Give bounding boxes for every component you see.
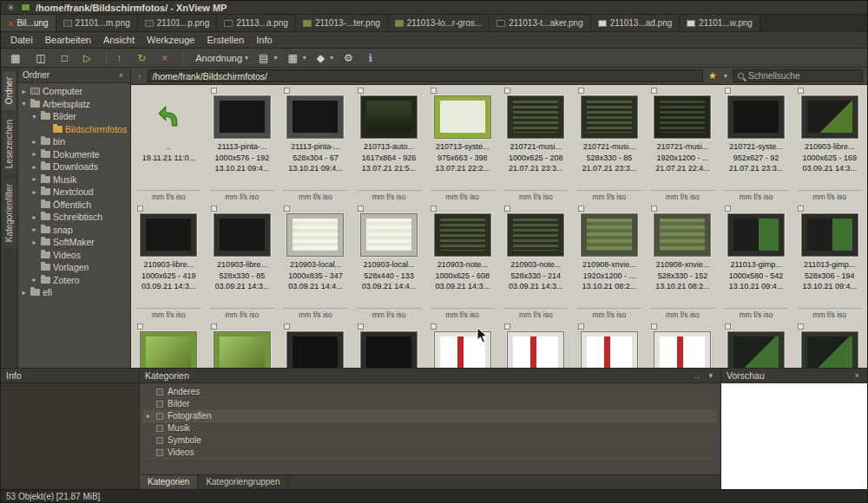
thumbnail-cell[interactable]: 210721-musi... 1000x625 - 208 21.07.21 2… bbox=[500, 87, 572, 203]
category-checkbox[interactable] bbox=[156, 437, 163, 444]
menu-item[interactable]: Werkzeuge bbox=[141, 33, 201, 47]
category-checkbox[interactable] bbox=[156, 389, 163, 395]
document-tab[interactable]: × 21113...a.png bbox=[217, 15, 296, 31]
document-tab[interactable]: × 211013-t...aker.png bbox=[490, 15, 590, 31]
thumbnail-checkbox[interactable] bbox=[211, 88, 217, 94]
thumbnail-cell[interactable]: 210908-xnvie... 1920x1200 - ... 13.10.21… bbox=[574, 205, 646, 321]
tree-item-dokumente[interactable]: ▸ Dokumente bbox=[18, 148, 130, 161]
thumbnail-cell[interactable]: mm f/s iso bbox=[426, 323, 498, 368]
tab-close-icon[interactable]: × bbox=[8, 19, 13, 28]
folder-panel-close-icon[interactable]: × bbox=[116, 71, 126, 80]
thumbnail-checkbox[interactable] bbox=[578, 88, 584, 94]
thumbnail-checkbox[interactable] bbox=[284, 323, 290, 330]
tree-expander-icon[interactable]: ▸ bbox=[20, 289, 28, 297]
thumbnail-size-dropdown[interactable]: ▦ ▾ bbox=[283, 51, 310, 65]
filter-dropdown[interactable]: ◆ ▾ bbox=[312, 51, 338, 65]
thumbnail-cell[interactable]: 210721-musi... 1920x1200 - ... 21.07.21 … bbox=[647, 87, 719, 203]
thumbnail-cell[interactable]: 211013-gimp... 868x503 - 542 13.10.21 0… bbox=[720, 205, 792, 321]
thumbnail-cell[interactable]: 210721-musi... 528x330 - 85 21.07.21 23:… bbox=[574, 87, 646, 203]
slideshow-icon[interactable]: ▷ bbox=[79, 51, 101, 65]
thumbnail-checkbox[interactable] bbox=[651, 88, 657, 94]
thumbnail-cell[interactable]: 210903-libre... 528x330 - 85 03.09.21 14… bbox=[207, 205, 279, 321]
thumbnail-cell[interactable]: 211013-gimp... 528x306 - 194 13.10.21 09… bbox=[793, 205, 865, 321]
tree-item-zotero[interactable]: ▸ Zotero bbox=[18, 274, 130, 287]
thumbnail-cell[interactable]: 21113-pinta-... 1000x576 - 192 13.10.21 … bbox=[207, 87, 279, 203]
thumbnail-cell[interactable]: 210903-local... 1000x835 - 347 03.09.21 … bbox=[279, 205, 352, 321]
thumbnail-cell[interactable]: 210721-syste... 952x627 - 92 21.07.21 23… bbox=[720, 87, 792, 203]
tree-expander-icon[interactable]: ▸ bbox=[30, 150, 38, 158]
menu-item[interactable]: Datei bbox=[4, 33, 39, 47]
tree-expander-icon[interactable]: ▸ bbox=[30, 276, 38, 284]
tree-item-arbeitsplatz[interactable]: ▾ Arbeitsplatz bbox=[18, 98, 130, 111]
thumbnail-checkbox[interactable] bbox=[725, 88, 731, 94]
tree-item-bin[interactable]: ▸ bin bbox=[18, 135, 130, 148]
thumbnail-checkbox[interactable] bbox=[504, 88, 510, 94]
thumbnail-checkbox[interactable] bbox=[431, 88, 437, 94]
tree-item-softmaker[interactable]: ▸ SoftMaker bbox=[18, 236, 130, 249]
thumbnail-checkbox[interactable] bbox=[211, 323, 217, 330]
info-icon[interactable]: ℹ bbox=[365, 51, 383, 65]
thumbnail-cell[interactable]: mm f/s iso bbox=[353, 323, 425, 368]
thumbnail-cell[interactable]: mm f/s iso bbox=[133, 323, 205, 368]
thumbnail-checkbox[interactable] bbox=[137, 206, 143, 212]
category-checkbox[interactable] bbox=[156, 413, 163, 420]
parent-dir-icon[interactable]: ↑ bbox=[135, 71, 144, 82]
thumbnail-checkbox[interactable] bbox=[431, 206, 437, 212]
tree-expander-icon[interactable]: ▸ bbox=[30, 163, 38, 171]
tree-expander-icon[interactable]: ▸ bbox=[30, 188, 38, 196]
thumbnail-cell[interactable]: mm f/s iso bbox=[647, 323, 719, 368]
thumbnail-checkbox[interactable] bbox=[798, 323, 804, 330]
tree-item-oeffentlich[interactable]: Öffentlich bbox=[18, 199, 130, 212]
tree-expander-icon[interactable]: ▸ bbox=[30, 213, 38, 221]
tree-item-bildschirmfotos[interactable]: Bildschirmfotos bbox=[18, 123, 130, 136]
tree-item-vorlagen[interactable]: Vorlagen bbox=[18, 261, 130, 274]
refresh-icon[interactable]: ↻ bbox=[133, 51, 155, 65]
thumbnail-cell[interactable]: mm f/s iso bbox=[279, 323, 352, 368]
favorite-star-icon[interactable]: ★ bbox=[707, 70, 719, 82]
path-input[interactable]: /home/frank/Bildschirmfotos/ bbox=[148, 69, 704, 82]
tree-item-downloads[interactable]: ▸ Downloads bbox=[18, 160, 130, 173]
tree-expander-icon[interactable]: ▸ bbox=[20, 88, 28, 95]
category-row[interactable]: Musik bbox=[143, 422, 717, 434]
tree-expander-icon[interactable]: ▾ bbox=[30, 113, 38, 121]
tree-item-nextcloud[interactable]: ▸ Nextcloud bbox=[18, 186, 130, 199]
browser-icon[interactable]: ▦ bbox=[6, 51, 30, 65]
thumbnail-cell[interactable]: 210903-libre... 1000x625 - 169 03.09.21 … bbox=[793, 87, 865, 203]
categories-caret-icon[interactable]: ▾ bbox=[706, 371, 715, 380]
tree-item-schreibtisch[interactable]: ▸ Schreibtisch bbox=[18, 211, 130, 224]
tree-expander-icon[interactable]: ▸ bbox=[30, 138, 38, 146]
document-tab[interactable]: × 211013-...ter.png bbox=[296, 15, 388, 31]
document-tab[interactable]: × Bil...ung bbox=[1, 15, 56, 31]
window-close-button[interactable]: × bbox=[6, 3, 16, 12]
document-tab[interactable]: × 211013...ad.png bbox=[591, 15, 681, 31]
thumbnail-checkbox[interactable] bbox=[725, 206, 731, 212]
sidebar-tab-ordner[interactable]: Ordner bbox=[3, 71, 16, 110]
category-checkbox[interactable] bbox=[156, 449, 163, 456]
thumbnail-cell[interactable]: mm f/s iso bbox=[500, 323, 572, 368]
category-row[interactable]: ▸ Fotografien bbox=[143, 410, 717, 422]
tree-item-bilder[interactable]: ▾ Bilder bbox=[18, 110, 130, 123]
thumbnail-checkbox[interactable] bbox=[284, 206, 290, 212]
category-row[interactable]: Bilder bbox=[143, 398, 717, 410]
thumbnail-cell[interactable]: .. 19.11.21 11:0... mm f/s iso bbox=[133, 87, 205, 203]
document-tab[interactable]: × 21101...p.png bbox=[138, 15, 217, 31]
menu-item[interactable]: Ansicht bbox=[97, 33, 141, 47]
tree-item-musik[interactable]: ▸ Musik bbox=[18, 173, 130, 186]
document-tab[interactable]: × 21101...w.png bbox=[680, 15, 760, 31]
menu-item[interactable]: Info bbox=[250, 33, 278, 47]
thumbnail-checkbox[interactable] bbox=[651, 206, 657, 212]
thumbnail-cell[interactable]: 210903-note... 528x330 - 214 03.09.21 14… bbox=[500, 205, 572, 321]
thumbnail-checkbox[interactable] bbox=[431, 323, 437, 330]
thumbnail-checkbox[interactable] bbox=[137, 323, 143, 330]
fullscreen-icon[interactable]: □ bbox=[57, 51, 77, 65]
arrange-dropdown[interactable]: Anordnung ▾ bbox=[188, 51, 253, 65]
thumbnail-checkbox[interactable] bbox=[504, 206, 510, 212]
thumbnail-cell[interactable]: mm f/s iso bbox=[720, 323, 792, 368]
category-checkbox[interactable] bbox=[156, 425, 163, 432]
quick-search-input[interactable]: Schnellsuche bbox=[733, 69, 863, 82]
view-mode-dropdown[interactable]: ▤ ▾ bbox=[254, 51, 281, 65]
thumbnail-checkbox[interactable] bbox=[578, 206, 584, 212]
thumbnail-checkbox[interactable] bbox=[211, 206, 217, 212]
document-tab[interactable]: × 211013-lo...r-gros... bbox=[388, 15, 490, 31]
thumbnail-cell[interactable]: 210713-auto... 1617x864 - 926 13.07.21 2… bbox=[353, 87, 425, 203]
